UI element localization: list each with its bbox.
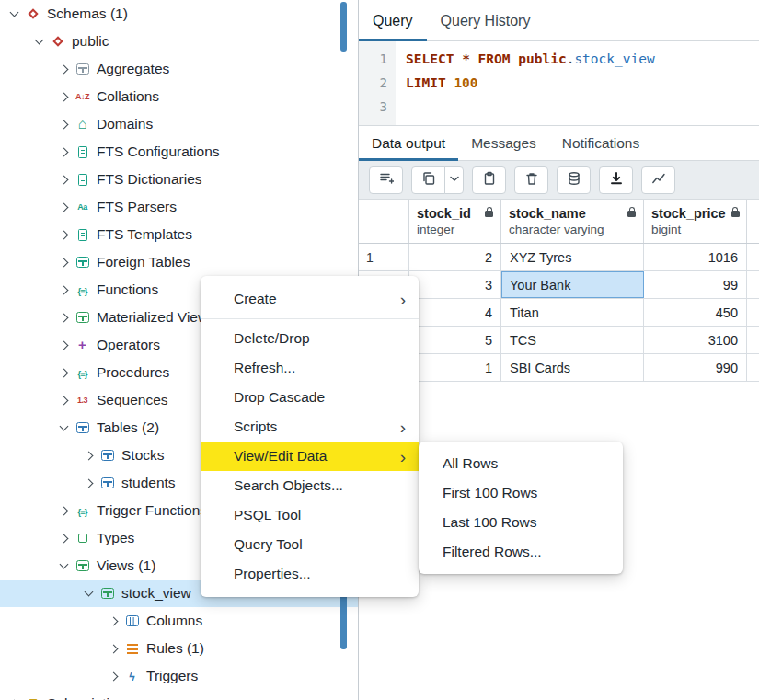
tree-item-public[interactable]: public xyxy=(0,28,358,55)
menu-item-search-objects[interactable]: Search Objects... xyxy=(201,471,419,500)
grid-cell[interactable]: 1016 xyxy=(644,244,747,270)
tree-scrollbar-thumb[interactable] xyxy=(340,2,347,52)
download-csv-icon xyxy=(609,171,624,189)
tab-messages[interactable]: Messages xyxy=(458,126,549,160)
tree-item-rules-1[interactable]: Rules (1) xyxy=(0,635,358,662)
tree-item-domains[interactable]: Domains xyxy=(0,110,358,138)
submenu-item-all-rows[interactable]: All Rows xyxy=(419,449,623,478)
chevron-right-icon[interactable] xyxy=(85,478,94,488)
chevron-right-icon[interactable] xyxy=(60,64,69,74)
chevron-right-icon[interactable] xyxy=(60,202,69,212)
tree-item-fts-configurations[interactable]: FTS Configurations xyxy=(0,138,358,166)
menu-item-label: View/Edit Data xyxy=(234,448,327,465)
grid-cell[interactable]: Titan xyxy=(501,299,644,326)
chevron-down-icon[interactable] xyxy=(60,560,69,569)
tab-data-output[interactable]: Data output xyxy=(359,126,458,160)
copy-button[interactable] xyxy=(411,166,445,194)
grid-cell[interactable]: 4 xyxy=(409,299,501,326)
chevron-right-icon[interactable] xyxy=(60,120,69,129)
chevron-right-icon[interactable] xyxy=(60,368,69,377)
tree-item-triggers[interactable]: Triggers xyxy=(0,662,358,690)
menu-item-view-edit-data[interactable]: View/Edit Data› xyxy=(201,442,419,471)
tab-query-history[interactable]: Query History xyxy=(427,0,545,40)
grid-cell[interactable]: 1 xyxy=(409,354,501,381)
tree-item-fts-parsers[interactable]: AaFTS Parsers xyxy=(0,193,358,221)
sql-editor[interactable]: 123 SELECT * FROM public.stock_viewLIMIT… xyxy=(359,41,759,126)
tree-item-label: Schemas (1) xyxy=(47,6,128,22)
chevron-right-icon[interactable] xyxy=(60,258,69,267)
rules-icon xyxy=(124,642,140,656)
menu-item-create[interactable]: Create› xyxy=(201,284,419,314)
column-name: stock_price xyxy=(651,206,726,221)
views-icon xyxy=(75,559,90,573)
tree-item-label: Collations xyxy=(97,88,159,105)
paste-button[interactable] xyxy=(472,166,506,194)
menu-item-scripts[interactable]: Scripts› xyxy=(201,412,419,442)
chevron-right-icon[interactable] xyxy=(60,396,69,405)
grid-cell[interactable]: 990 xyxy=(644,354,747,381)
submenu-item-filtered-rows[interactable]: Filtered Rows... xyxy=(419,537,623,567)
column-header-stock-id[interactable]: stock_idinteger xyxy=(409,200,501,243)
chart-button[interactable] xyxy=(641,166,675,194)
menu-item-refresh[interactable]: Refresh... xyxy=(201,353,419,383)
chevron-right-icon[interactable] xyxy=(60,92,69,101)
save-data-button[interactable] xyxy=(557,166,591,194)
column-header-stock-price[interactable]: stock_pricebigint xyxy=(644,200,747,243)
tab-query[interactable]: Query xyxy=(359,0,427,40)
grid-cell[interactable]: TCS xyxy=(501,327,644,353)
chevron-right-icon[interactable] xyxy=(109,671,119,681)
menu-item-delete-drop[interactable]: Delete/Drop xyxy=(201,324,419,353)
copy-dropdown-button[interactable] xyxy=(444,166,464,194)
chevron-right-icon[interactable] xyxy=(60,147,69,156)
grid-cell[interactable]: 3100 xyxy=(644,327,747,353)
grid-cell[interactable]: 3 xyxy=(409,271,501,298)
grid-cell[interactable]: 99 xyxy=(644,271,747,298)
chevron-down-icon[interactable] xyxy=(35,36,44,45)
chevron-right-icon[interactable] xyxy=(60,313,69,322)
submenu-item-last-100-rows[interactable]: Last 100 Rows xyxy=(419,508,623,537)
tree-item-collations[interactable]: A↓ZCollations xyxy=(0,83,358,110)
editor-code[interactable]: SELECT * FROM public.stock_viewLIMIT 100 xyxy=(396,41,655,125)
chevron-right-icon[interactable] xyxy=(60,506,69,515)
chevron-right-icon[interactable] xyxy=(60,230,69,239)
grid-cell[interactable]: SBI Cards xyxy=(501,354,644,381)
tab-notifications[interactable]: Notifications xyxy=(549,126,652,160)
chevron-right-icon[interactable] xyxy=(85,451,94,460)
tree-item-subscriptions[interactable]: Subscriptions xyxy=(0,690,358,700)
chevron-right-icon[interactable] xyxy=(60,340,69,350)
menu-item-properties[interactable]: Properties... xyxy=(201,559,419,589)
tree-item-aggregates[interactable]: Aggregates xyxy=(0,55,358,83)
tree-item-fts-dictionaries[interactable]: FTS Dictionaries xyxy=(0,166,358,193)
tree-item-schemas-1[interactable]: Schemas (1) xyxy=(0,0,358,28)
grid-cell[interactable]: 2 xyxy=(409,244,501,270)
chevron-right-icon[interactable] xyxy=(109,644,119,653)
menu-item-query-tool[interactable]: Query Tool xyxy=(201,530,419,559)
menu-item-psql-tool[interactable]: PSQL Tool xyxy=(201,500,419,530)
download-csv-button[interactable] xyxy=(599,166,633,194)
tree-item-fts-templates[interactable]: FTS Templates xyxy=(0,221,358,248)
delete-row-button[interactable] xyxy=(514,166,548,194)
add-row-button[interactable] xyxy=(369,166,403,194)
tree-item-columns[interactable]: Columns xyxy=(0,607,358,635)
grid-cell[interactable]: 5 xyxy=(409,327,501,353)
toolbar-group xyxy=(641,166,675,194)
chevron-down-icon[interactable] xyxy=(85,588,94,597)
menu-item-drop-cascade[interactable]: Drop Cascade xyxy=(201,383,419,412)
submenu-item-first-100-rows[interactable]: First 100 Rows xyxy=(419,478,623,508)
grid-cell[interactable]: 450 xyxy=(644,299,747,326)
tree-item-foreign-tables[interactable]: Foreign Tables xyxy=(0,248,358,276)
chevron-down-icon[interactable] xyxy=(10,8,19,17)
tree-item-label: Views (1) xyxy=(97,557,155,574)
chevron-right-icon[interactable] xyxy=(60,285,69,294)
tree-item-label: Procedures xyxy=(97,364,169,381)
chevron-down-icon[interactable] xyxy=(60,422,69,431)
chevron-right-icon[interactable] xyxy=(60,175,69,184)
row-number[interactable]: 1 xyxy=(359,244,409,270)
table-row: 45TCS3100 xyxy=(359,327,759,354)
column-header-stock-name[interactable]: stock_namecharacter varying xyxy=(501,200,644,243)
chevron-right-icon[interactable] xyxy=(60,534,69,543)
grid-cell[interactable]: Your Bank xyxy=(501,271,644,298)
grid-cell[interactable]: XYZ Tyres xyxy=(501,244,644,270)
chevron-right-icon[interactable] xyxy=(109,616,119,625)
toolbar-group xyxy=(557,166,591,194)
